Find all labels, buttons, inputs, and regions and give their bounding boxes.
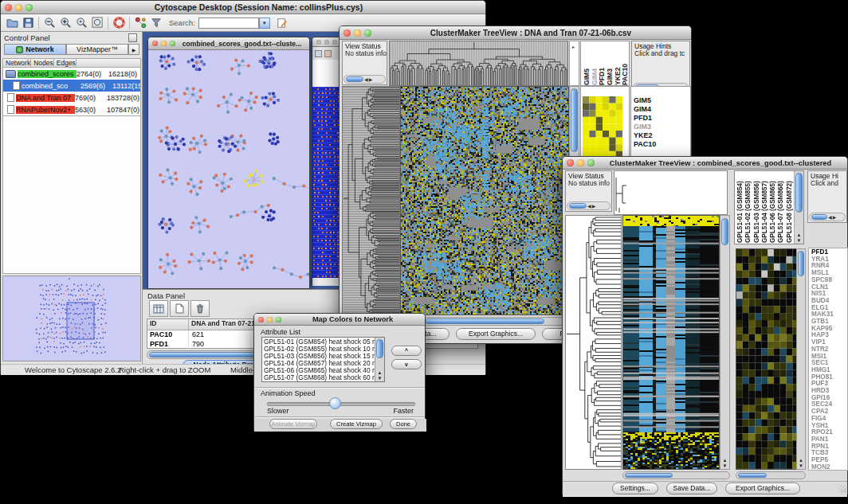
- treeview-dna-titlebar[interactable]: ClusterMaker TreeView : DNA and Tran 07-…: [340, 26, 691, 40]
- attribute-table-icon[interactable]: [149, 300, 168, 317]
- scrollbar-thumb[interactable]: [721, 218, 728, 245]
- zoom-in-icon[interactable]: [57, 16, 73, 30]
- treeview-button[interactable]: Export Graphics...: [725, 483, 800, 494]
- scrollbar-thumb[interactable]: [571, 88, 578, 152]
- birdseye-canvas[interactable]: [16, 279, 128, 358]
- genelist-vscrollbar[interactable]: ▲▼: [796, 248, 806, 470]
- gene-label[interactable]: YKE2: [634, 131, 690, 140]
- column-dendrogram-canvas[interactable]: [389, 41, 568, 86]
- column-dendrogram-canvas[interactable]: [614, 170, 728, 215]
- network-view-titlebar[interactable]: combined_scores_good.txt--cluste...: [148, 37, 309, 50]
- gene-label[interactable]: PAC10: [634, 140, 690, 149]
- gene-dendrogram-canvas[interactable]: [342, 86, 400, 315]
- panel-grip-icon[interactable]: ▪: [69, 276, 70, 281]
- minimize-icon[interactable]: [267, 317, 273, 322]
- array-label[interactable]: GPL51-08 (GSM872): [786, 172, 794, 243]
- search-input[interactable]: [198, 18, 259, 29]
- move-up-button[interactable]: ^: [391, 346, 422, 356]
- float-panel-icon[interactable]: [128, 33, 137, 42]
- array-label[interactable]: GPL51-04 (GSM857): [761, 172, 769, 243]
- dialog-button[interactable]: Create Vizmap: [330, 419, 383, 429]
- array-label[interactable]: GPL51-06 (GSM865): [769, 172, 777, 243]
- array-label[interactable]: GPL51-07 (GSM868): [777, 172, 785, 243]
- heatmap-vscrollbar[interactable]: ▲▼: [720, 215, 730, 470]
- save-icon[interactable]: [20, 16, 36, 30]
- array-label[interactable]: PFD1: [598, 41, 606, 85]
- slider-thumb[interactable]: [329, 397, 341, 409]
- control-panel-tab[interactable]: VizMapper™: [66, 44, 128, 55]
- zoom-window-icon[interactable]: [170, 41, 175, 46]
- usage-hints-scrollbar[interactable]: ◀▶: [809, 213, 846, 221]
- zoom-out-icon[interactable]: [41, 16, 57, 30]
- scrollbar-thumb[interactable]: [738, 473, 767, 478]
- resize-grip-icon[interactable]: [838, 485, 846, 493]
- delete-attribute-icon[interactable]: [190, 300, 210, 317]
- network-table-row[interactable]: RNAPuberNov2+ 563(0) 107847(0): [3, 104, 140, 115]
- column-header[interactable]: Nodes: [31, 59, 54, 67]
- network-canvas[interactable]: [148, 50, 309, 288]
- heatmap-hscrollbar[interactable]: [400, 317, 579, 326]
- array-label[interactable]: GPL51-03 (GSM856): [753, 172, 761, 243]
- global-heatmap-canvas[interactable]: [583, 96, 622, 165]
- gene-label[interactable]: GIM5: [634, 96, 690, 105]
- zoom-window-icon[interactable]: [26, 4, 33, 11]
- network-modify-icon[interactable]: [132, 16, 148, 30]
- network-table-row[interactable]: combined_scores 2764(0) 16218(0): [3, 68, 140, 80]
- array-label[interactable]: GIM3: [606, 41, 614, 85]
- close-icon[interactable]: [258, 317, 264, 322]
- move-down-button[interactable]: v: [391, 359, 422, 369]
- zoom-window-icon[interactable]: [332, 40, 337, 45]
- scrollbar-thumb[interactable]: [625, 473, 673, 478]
- array-label[interactable]: GPL51-02 (GSM855): [744, 172, 752, 243]
- column-header[interactable]: Network: [3, 59, 31, 67]
- array-label[interactable]: GPL51-01 (GSM854): [736, 172, 744, 243]
- gene-label[interactable]: GIM3: [634, 123, 690, 131]
- close-icon[interactable]: [5, 4, 12, 11]
- dialog-button[interactable]: Animate Vizmap: [269, 419, 317, 429]
- heatmap-canvas[interactable]: [622, 215, 720, 470]
- scrollbar-thumb[interactable]: [376, 339, 383, 358]
- close-icon[interactable]: [316, 40, 321, 45]
- filter-funnel-icon[interactable]: [148, 16, 164, 30]
- column-header[interactable]: Edges: [54, 59, 77, 67]
- gene-label[interactable]: PFD1: [634, 114, 690, 123]
- control-panel-tab[interactable]: Network: [4, 44, 66, 55]
- close-icon[interactable]: [152, 41, 158, 46]
- minimize-icon[interactable]: [324, 40, 329, 45]
- scrollbar-thumb[interactable]: [795, 173, 803, 213]
- treeview-button[interactable]: Export Graphics...: [456, 328, 536, 340]
- open-file-icon[interactable]: [4, 16, 20, 30]
- tiny-arrow-icon[interactable]: ▸: [572, 44, 575, 49]
- gene-dendrogram-canvas[interactable]: [565, 215, 622, 470]
- minimize-icon[interactable]: [354, 29, 361, 37]
- search-dropdown-button[interactable]: ▼: [259, 18, 270, 29]
- zoom-heatmap-canvas[interactable]: [736, 248, 806, 470]
- zoom-fit-icon[interactable]: [89, 16, 105, 30]
- array-label[interactable]: YKE2: [614, 41, 622, 85]
- help-lifering-icon[interactable]: [111, 16, 127, 30]
- attribute-item[interactable]: GPL51-07 (GSM868) heat shock 60 min: [262, 374, 374, 381]
- zoom-window-icon[interactable]: [364, 29, 371, 37]
- zoom-window-icon[interactable]: [587, 159, 595, 166]
- zoom-window-icon[interactable]: [276, 317, 281, 322]
- annotation-icon[interactable]: [274, 16, 290, 30]
- tab-overflow-button[interactable]: ▶: [128, 44, 139, 55]
- minimize-icon[interactable]: [577, 159, 584, 166]
- new-attribute-icon[interactable]: [170, 300, 189, 317]
- view-status-scrollbar[interactable]: ◀▶: [344, 75, 386, 84]
- minimize-icon[interactable]: [15, 4, 22, 11]
- network-table-row[interactable]: DNA and Tran 07 769(0) 183728(0): [3, 92, 140, 104]
- cytoscape-titlebar[interactable]: Cytoscape Desktop (Session Name: collins…: [1, 1, 485, 14]
- scrollbar-thumb[interactable]: [798, 251, 804, 276]
- treeview-button[interactable]: Settings...: [612, 483, 658, 494]
- heatmap-hscrollbar[interactable]: [622, 471, 730, 479]
- close-icon[interactable]: [567, 159, 574, 166]
- network-table-row[interactable]: combined_sco 2569(6) 13112(15): [3, 80, 140, 92]
- id-column-header[interactable]: ID: [147, 319, 189, 330]
- gene-label[interactable]: MON2: [811, 464, 847, 471]
- dialog-titlebar[interactable]: Map Colors to Network: [254, 314, 425, 326]
- gene-label[interactable]: GIM4: [634, 105, 690, 114]
- array-label[interactable]: GIM5: [583, 41, 591, 85]
- mini-icon[interactable]: [324, 50, 332, 57]
- scrollbar-thumb[interactable]: [425, 318, 544, 324]
